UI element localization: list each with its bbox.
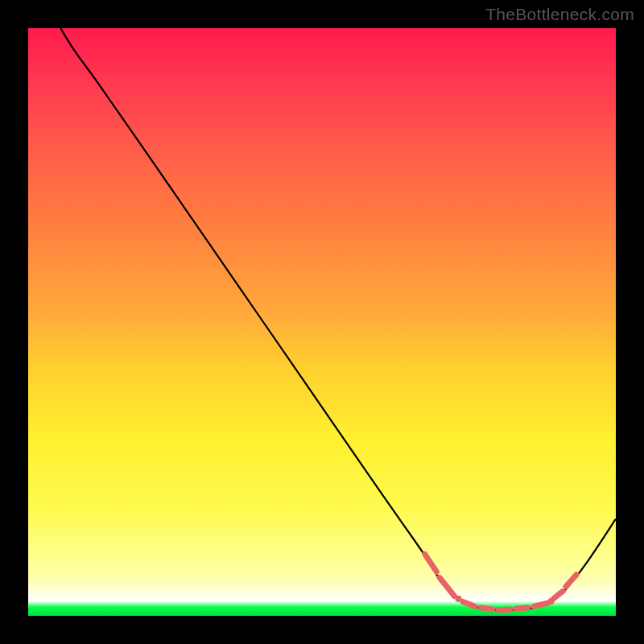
chart-svg (28, 28, 616, 616)
highlight-dot (548, 598, 555, 605)
highlight-dash (440, 578, 454, 597)
highlight-dash (481, 608, 493, 609)
highlight-dot (455, 596, 461, 602)
watermark-text: TheBottleneck.com (485, 5, 634, 24)
highlight-dash (566, 575, 576, 587)
chart-frame: TheBottleneck.com (0, 0, 644, 644)
bottleneck-curve (60, 28, 616, 610)
highlight-dash (534, 603, 548, 606)
highlight-dash (516, 608, 528, 609)
highlight-dash (498, 609, 510, 610)
highlight-dash (554, 591, 563, 598)
highlight-dash (425, 554, 437, 572)
highlight-dash (463, 601, 475, 606)
